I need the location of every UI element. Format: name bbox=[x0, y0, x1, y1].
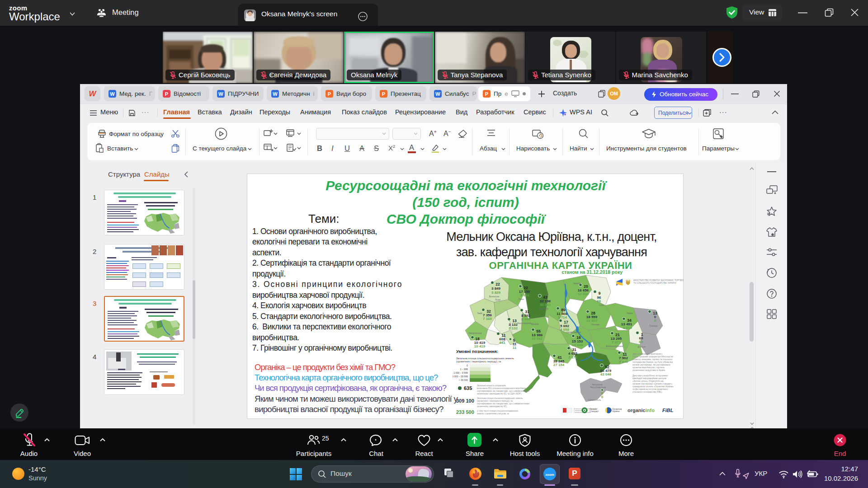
svg-text:Луцьк: Луцьк bbox=[495, 299, 500, 301]
svg-text:Загальна кількість операторів,: Загальна кількість операторів, bbox=[477, 385, 506, 387]
svg-text:9: 9 bbox=[599, 291, 601, 296]
svg-text:27 154: 27 154 bbox=[553, 363, 565, 367]
svg-text:10 000 – 29 999: 10 000 – 29 999 bbox=[453, 375, 468, 378]
svg-text:12 936: 12 936 bbox=[578, 292, 589, 296]
svg-text:7 871: 7 871 bbox=[612, 340, 621, 344]
svg-text:Рівне: Рівне bbox=[519, 298, 524, 300]
svg-text:органів сертифікації, які серт: органів сертифікації, які сертифікували bbox=[632, 364, 670, 366]
svg-text:органічному законодавству ЄС т: органічному законодавству ЄС та США (NOP… bbox=[477, 393, 521, 395]
svg-text:1 000 – 9 999: 1 000 – 9 999 bbox=[453, 371, 468, 374]
svg-text:Донецьк: Донецьк bbox=[637, 346, 646, 348]
svg-text:Луганськ: Луганськ bbox=[649, 325, 657, 327]
svg-text:Швейцарії інформаційним центро: Швейцарії інформаційним центром bbox=[632, 377, 666, 380]
svg-text:органічними продуктами в Украї: органічними продуктами в Україні. bbox=[632, 369, 665, 371]
svg-text:Волинська: Волинська bbox=[489, 296, 500, 298]
svg-text:у тому числі площа сільськогос: у тому числі площа сільськогосподарських bbox=[477, 410, 519, 412]
svg-text:8 714: 8 714 bbox=[558, 315, 567, 319]
svg-text:(органічних і перехідного пері: (органічних і перехідного періоду), га bbox=[456, 360, 501, 363]
svg-text:16 807: 16 807 bbox=[586, 319, 598, 323]
svg-text:МІНІСТЕРСТВО РОЗВИТКУ ЕКОНОМІК: МІНІСТЕРСТВО РОЗВИТКУ ЕКОНОМІКИ, ТОРГІВЛ… bbox=[633, 279, 684, 282]
svg-text:69: 69 bbox=[639, 340, 643, 344]
svg-text:8 494: 8 494 bbox=[521, 317, 531, 321]
svg-text:(органічних і перехідного пері: (органічних і перехідного періоду), га, bbox=[477, 400, 513, 402]
svg-text:organicinfo: organicinfo bbox=[627, 408, 655, 413]
svg-text:Стандарт: Стандарт bbox=[590, 410, 599, 413]
svg-text:0: 0 bbox=[467, 364, 468, 367]
svg-text:сертифікованих за стандартами,: сертифікованих за стандартами, що є екві… bbox=[477, 403, 529, 405]
svg-text:Житомир: Житомир bbox=[539, 308, 548, 310]
svg-text:Сімферополь: Сімферополь bbox=[588, 399, 601, 401]
svg-text:Дніпропетровська: Дніпропетровська bbox=[606, 345, 623, 347]
svg-text:Україна: Україна bbox=[612, 410, 620, 413]
svg-text:14 044: 14 044 bbox=[572, 343, 583, 347]
svg-text:земель з органічним статусом,: земель з органічним статусом, га bbox=[477, 413, 509, 415]
svg-text:сільського господарства (FiBL): сільського господарства (FiBL). bbox=[632, 391, 663, 393]
svg-text:635: 635 bbox=[464, 385, 472, 391]
svg-text:7 160: 7 160 bbox=[483, 317, 492, 321]
svg-text:1 – 999: 1 – 999 bbox=[460, 368, 468, 371]
svg-text:Харків: Харків bbox=[627, 312, 633, 314]
svg-text:43 046: 43 046 bbox=[600, 372, 612, 376]
svg-text:Хмельницький: Хмельницький bbox=[517, 322, 531, 324]
svg-text:441: 441 bbox=[499, 341, 505, 345]
svg-text:органічному законодавству ЄС,: органічному законодавству ЄС, bbox=[477, 405, 507, 408]
svg-text:Вінниця: Вінниця bbox=[531, 323, 539, 325]
svg-text:3 829: 3 829 bbox=[491, 291, 501, 295]
svg-text:Офісу підтримки реформ при Мін: Офісу підтримки реформ при Міністерстві bbox=[632, 356, 673, 358]
svg-text:Кіровоградська: Кіровоградська bbox=[566, 331, 581, 333]
svg-text:10 419: 10 419 bbox=[474, 344, 486, 348]
svg-text:309 100: 309 100 bbox=[456, 398, 474, 404]
svg-text:3 132: 3 132 bbox=[509, 326, 518, 330]
svg-text:громадською спілкою «Органічна: громадською спілкою «Органічна Україна» bbox=[632, 385, 674, 388]
svg-text:3 849: 3 849 bbox=[491, 286, 501, 291]
svg-text:органом сертифікації «Органік: органом сертифікації «Органік стандарт», bbox=[632, 383, 673, 385]
svg-text:Дані оперативного моніторингу: Дані оперативного моніторингу bbox=[632, 353, 663, 355]
svg-text:30 941: 30 941 bbox=[540, 303, 551, 307]
svg-text:3 840: 3 840 bbox=[619, 360, 628, 364]
svg-text:включаючи 501 сільськогосподар: включаючи 501 сільськогосподарського вир… bbox=[477, 387, 526, 389]
svg-text:Чернігів: Чернігів bbox=[573, 282, 581, 285]
svg-text:Львів: Львів bbox=[477, 312, 482, 314]
svg-text:3 172: 3 172 bbox=[568, 355, 578, 359]
svg-text:Загальна площа сільськогоспода: Загальна площа сільськогосподарських зем… bbox=[477, 397, 523, 399]
svg-text:> 30 000: > 30 000 bbox=[459, 379, 468, 381]
svg-text:0: 0 bbox=[654, 319, 656, 323]
svg-text:8 619: 8 619 bbox=[623, 326, 632, 330]
svg-text:Закарпатська: Закарпатська bbox=[469, 332, 482, 334]
svg-text:0: 0 bbox=[601, 395, 604, 399]
svg-text:та Дослідним інститутом органі: та Дослідним інститутом органічного bbox=[632, 388, 668, 390]
svg-text:органічне виробництво і торгів: органічне виробництво і торгівлю bbox=[632, 366, 665, 369]
svg-text:ТА СІЛЬСЬКОГО ГОСПОДАРСТВА УКР: ТА СІЛЬСЬКОГО ГОСПОДАРСТВА УКРАЇНИ bbox=[633, 282, 676, 284]
svg-text:FiBL: FiBL bbox=[662, 408, 674, 413]
svg-text:розвитку економіки, торгівлі т: розвитку економіки, торгівлі та сільсько… bbox=[632, 358, 673, 361]
svg-text:Республіка Крим: Республіка Крим bbox=[590, 386, 606, 389]
svg-text:Загальна площа сільськогоспода: Загальна площа сільськогосподарських зем… bbox=[456, 357, 514, 360]
svg-text:«Зелене досьє» (OrganicInfo.ua: «Зелене досьє» (OrganicInfo.ua), bbox=[632, 380, 664, 382]
svg-text:сертифікованих за стандартами,: сертифікованих за стандартами, що є екві… bbox=[477, 390, 529, 392]
svg-text:8 631: 8 631 bbox=[520, 293, 530, 297]
svg-text:Дану карту розроблено за підтр: Дану карту розроблено за підтримки bbox=[632, 375, 668, 377]
svg-text:Полтава: Полтава bbox=[591, 324, 599, 326]
svg-text:господарства України, що були: господарства України, що були зібрані ві… bbox=[632, 361, 673, 363]
svg-text:233 500: 233 500 bbox=[456, 409, 474, 415]
svg-text:10 047: 10 047 bbox=[532, 337, 543, 341]
svg-text:66: 66 bbox=[597, 299, 601, 303]
svg-text:Автономна: Автономна bbox=[592, 384, 603, 386]
svg-text:22: 22 bbox=[495, 282, 500, 286]
svg-text:Суми: Суми bbox=[599, 304, 604, 306]
svg-text:11: 11 bbox=[513, 346, 517, 350]
svg-text:Умовні позначення:: Умовні позначення: bbox=[456, 349, 498, 354]
